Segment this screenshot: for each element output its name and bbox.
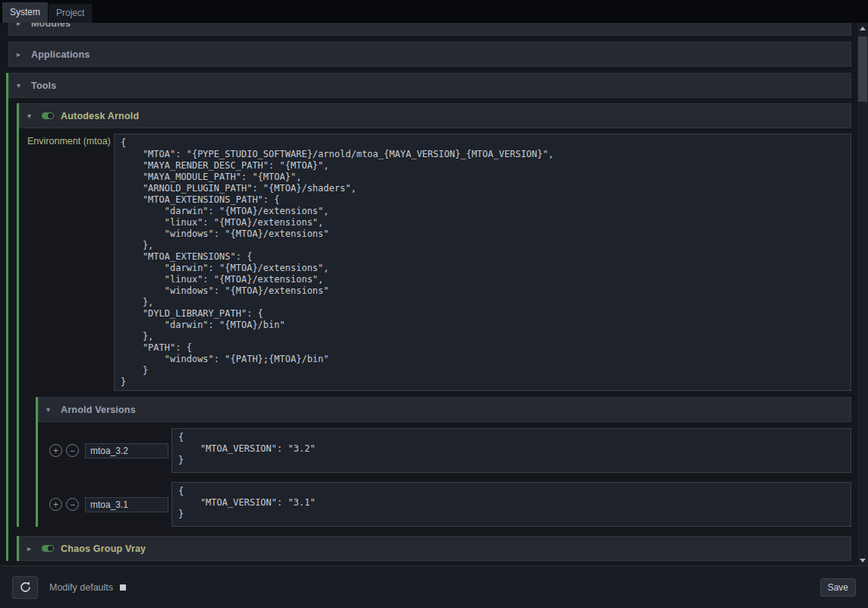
tab-project[interactable]: Project <box>49 4 92 23</box>
section-tools: Tools Autodesk Arnold Environment (mtoa) <box>6 73 851 561</box>
arnold-versions-body: + − { "MTOA_VERSION": "3.2" } + − <box>38 422 851 527</box>
version-row: + − { "MTOA_VERSION": "3.2" } <box>49 428 851 473</box>
scroll-down-button[interactable] <box>857 555 868 565</box>
section-arnold-body: Environment (mtoa) { "MTOA": "{PYPE_STUD… <box>19 128 851 527</box>
version-row: + − { "MTOA_VERSION": "3.1" } <box>49 482 851 527</box>
section-vray-header[interactable]: Chaos Group Vray <box>19 536 851 561</box>
section-applications-title: Applications <box>31 49 90 60</box>
caret-right-icon <box>17 51 24 58</box>
modify-defaults-state-square[interactable] <box>120 584 126 591</box>
tab-bar: System Project <box>0 0 868 23</box>
settings-scroll-area: Modules Applications Tools <box>0 23 857 565</box>
remove-version-button[interactable]: − <box>66 444 79 457</box>
section-tools-header[interactable]: Tools <box>8 73 851 98</box>
version-name-input[interactable] <box>85 497 168 512</box>
section-arnold-versions-header[interactable]: Arnold Versions <box>38 397 851 422</box>
section-arnold-versions: Arnold Versions + − { "MTOA_VERSION": "3… <box>36 397 851 527</box>
environment-json-editor[interactable]: { "MTOA": "{PYPE_STUDIO_SOFTWARE}/arnold… <box>114 134 851 391</box>
section-arnold: Autodesk Arnold Environment (mtoa) { "MT… <box>17 103 851 527</box>
triangle-down-icon <box>860 559 866 562</box>
section-vray: Chaos Group Vray <box>17 536 851 561</box>
vray-enabled-toggle[interactable] <box>42 545 54 552</box>
caret-right-icon <box>17 23 24 27</box>
tab-system[interactable]: System <box>2 2 48 23</box>
remove-version-button[interactable]: − <box>66 498 79 511</box>
vertical-scrollbar[interactable] <box>857 23 868 565</box>
version-json-editor[interactable]: { "MTOA_VERSION": "3.1" } <box>171 482 851 527</box>
modify-defaults-label: Modify defaults <box>49 582 113 593</box>
section-modules: Modules <box>6 23 851 36</box>
section-modules-title: Modules <box>31 23 71 29</box>
environment-label: Environment (mtoa) <box>27 134 114 146</box>
scroll-up-button[interactable] <box>857 23 868 33</box>
section-applications-header[interactable]: Applications <box>8 42 851 67</box>
caret-right-icon <box>27 545 35 553</box>
section-arnold-title: Autodesk Arnold <box>61 111 139 121</box>
environment-row: Environment (mtoa) { "MTOA": "{PYPE_STUD… <box>27 134 851 391</box>
caret-down-icon <box>27 112 35 120</box>
caret-down-icon <box>46 406 54 414</box>
refresh-icon <box>19 581 32 594</box>
section-modules-header[interactable]: Modules <box>8 23 851 36</box>
caret-down-icon <box>17 82 24 90</box>
arnold-enabled-toggle[interactable] <box>42 112 54 119</box>
section-tools-body: Autodesk Arnold Environment (mtoa) { "MT… <box>8 98 851 561</box>
version-json-editor[interactable]: { "MTOA_VERSION": "3.2" } <box>171 428 851 473</box>
scrollbar-thumb[interactable] <box>858 36 867 102</box>
version-name-input[interactable] <box>85 443 168 458</box>
section-arnold-header[interactable]: Autodesk Arnold <box>19 103 851 128</box>
footer-bar: Modify defaults Save <box>0 565 868 608</box>
section-arnold-versions-title: Arnold Versions <box>61 405 136 415</box>
section-vray-title: Chaos Group Vray <box>61 543 146 554</box>
section-applications: Applications <box>6 42 851 67</box>
refresh-button[interactable] <box>12 576 38 599</box>
save-button[interactable]: Save <box>820 578 856 597</box>
section-tools-title: Tools <box>31 80 56 91</box>
add-version-button[interactable]: + <box>49 444 62 457</box>
triangle-up-icon <box>860 27 866 30</box>
add-version-button[interactable]: + <box>49 498 62 511</box>
